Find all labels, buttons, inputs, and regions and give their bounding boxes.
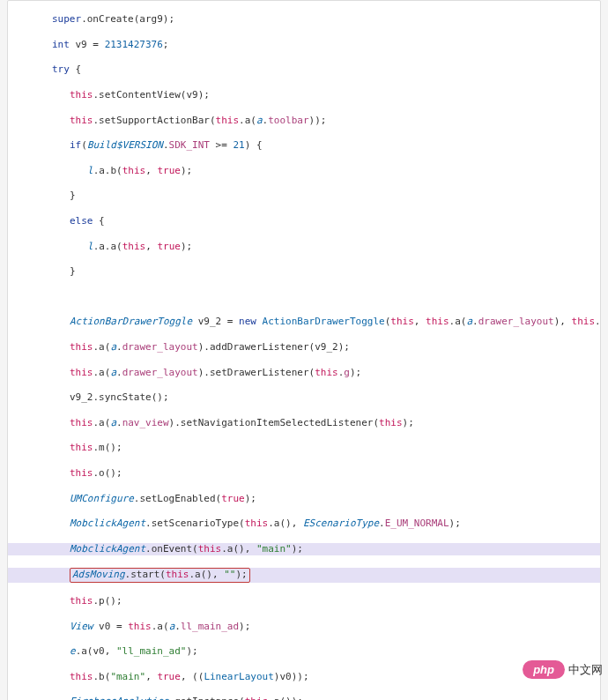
php-logo-icon: php [523,660,565,679]
code-block-top: super.onCreate(arg9); int v9 = 213142737… [7,0,601,700]
php-cn-badge: php 中文网 [523,660,603,679]
adsmoving-line: AdsMoving.start(this.a(), ""); [8,568,600,582]
